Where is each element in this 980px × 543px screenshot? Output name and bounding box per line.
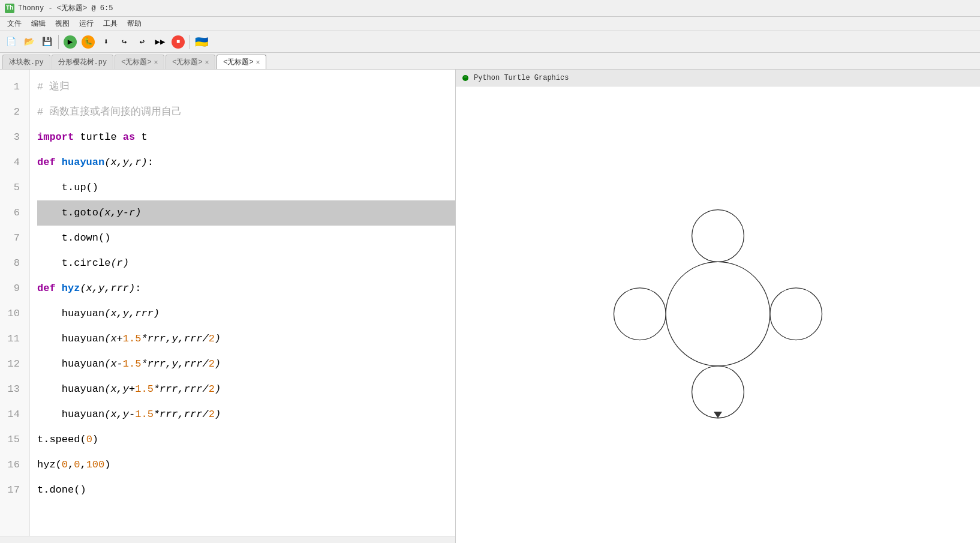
- tab-label: 分形樱花树.py: [58, 57, 107, 67]
- tab-fenxing[interactable]: 分形樱花树.py: [52, 55, 114, 69]
- code-line-8: t.circle(r): [37, 251, 455, 276]
- resume-button[interactable]: ▶▶: [152, 34, 169, 50]
- tab-untitled-2[interactable]: <无标题> ✕: [166, 55, 215, 69]
- line-num-15: 15: [0, 427, 25, 452]
- code-line-11: huayuan(x+1.5*rrr,y,rrr/2): [37, 326, 455, 352]
- params-hyz: (x,y,rrr): [80, 276, 135, 301]
- line-numbers: 1 2 3 4 5 6 7 8 9 10 11 12 13 14 15 16 1…: [0, 70, 30, 536]
- tab-label: 冰块教.py: [9, 57, 44, 67]
- call-5b: *rrr,rrr/: [154, 402, 209, 427]
- menu-bar: 文件 编辑 视图 运行 工具 帮助: [0, 17, 980, 31]
- tab-label: <无标题>: [223, 57, 253, 67]
- code-line-7: t.down(): [37, 226, 455, 251]
- turtle-window: Python Turtle Graphics: [456, 70, 980, 543]
- line-num-1: 1: [0, 74, 25, 100]
- app-icon: Th: [5, 4, 14, 13]
- kw-import: import: [37, 125, 74, 150]
- line-num-10: 10: [0, 301, 25, 326]
- line-num-8: 8: [0, 251, 25, 276]
- call-4: (x,y+: [104, 377, 135, 402]
- code-line-6: t.goto(x,y-r): [37, 200, 455, 226]
- code-comment-1: # 递归: [37, 74, 70, 100]
- code-line-1: # 递归: [37, 74, 455, 100]
- left-circle: [614, 288, 666, 340]
- line-num-17: 17: [0, 478, 25, 503]
- call-2c: ): [215, 326, 221, 352]
- call-3: (x-: [104, 352, 123, 377]
- code-line-4: def huayuan(x,y,r):: [37, 150, 455, 175]
- right-circle: [770, 288, 822, 340]
- tab-untitled-1[interactable]: <无标题> ✕: [115, 55, 164, 69]
- turtle-icon: [461, 73, 470, 83]
- menu-view[interactable]: 视图: [50, 17, 74, 30]
- code-line-17: t.done(): [37, 478, 455, 503]
- code-lines[interactable]: # 递归 # 函数直接或者间接的调用自己 import turtle as t …: [30, 70, 455, 536]
- toolbar: 📄 📂 💾 ▶ 🐛 ⬇ ↪ ↩ ▶▶ ■ 🇺🇦: [0, 31, 980, 53]
- call-5c: ): [215, 402, 221, 427]
- step-out-button[interactable]: ↩: [134, 34, 151, 50]
- menu-help[interactable]: 帮助: [122, 17, 146, 30]
- code-editor: 1 2 3 4 5 6 7 8 9 10 11 12 13 14 15 16 1…: [0, 70, 456, 543]
- code-line-13: huayuan(x,y+1.5*rrr,rrr/2): [37, 377, 455, 402]
- params-circle: (r): [110, 251, 129, 276]
- fn-hyz: hyz: [62, 276, 80, 301]
- turtle-title-bar: Python Turtle Graphics: [456, 70, 980, 86]
- call-5: (x,y-: [104, 402, 135, 427]
- turtle-arrow: [714, 412, 722, 418]
- center-circle: [666, 262, 770, 366]
- call-2b: *rrr,y,rrr/: [141, 326, 208, 352]
- step-over-button[interactable]: ⬇: [98, 34, 115, 50]
- open-file-button[interactable]: 📂: [20, 34, 37, 50]
- code-comment-2: # 函数直接或者间接的调用自己: [37, 100, 182, 125]
- menu-edit[interactable]: 编辑: [26, 17, 50, 30]
- run-icon: ▶: [64, 35, 77, 49]
- code-line-9: def hyz(x,y,rrr):: [37, 276, 455, 301]
- top-circle: [692, 210, 744, 262]
- tab-bingkuaijiao[interactable]: 冰块教.py: [2, 55, 50, 69]
- line-num-5: 5: [0, 175, 25, 200]
- code-line-12: huayuan(x-1.5*rrr,y,rrr/2): [37, 352, 455, 377]
- line-num-13: 13: [0, 377, 25, 402]
- call-4b: *rrr,rrr/: [154, 377, 209, 402]
- line-num-14: 14: [0, 402, 25, 427]
- tab-label: <无标题>: [121, 57, 151, 67]
- code-line-14: huayuan(x,y-1.5*rrr,rrr/2): [37, 402, 455, 427]
- menu-tools[interactable]: 工具: [98, 17, 122, 30]
- new-file-button[interactable]: 📄: [2, 34, 19, 50]
- bottom-circle: [692, 366, 744, 418]
- horizontal-scrollbar[interactable]: [0, 536, 455, 543]
- tab-close-icon[interactable]: ✕: [256, 58, 260, 66]
- toolbar-sep-2: [190, 35, 190, 49]
- run-button[interactable]: ▶: [62, 34, 79, 50]
- tab-close-icon[interactable]: ✕: [154, 58, 158, 66]
- save-file-button[interactable]: 💾: [38, 34, 55, 50]
- menu-file[interactable]: 文件: [2, 17, 26, 30]
- call-1: (x,y,rrr): [104, 301, 160, 326]
- tab-close-icon[interactable]: ✕: [205, 58, 209, 66]
- tab-untitled-3[interactable]: <无标题> ✕: [217, 55, 266, 69]
- debug-icon: 🐛: [82, 35, 95, 49]
- code-line-15: t.speed(0): [37, 427, 455, 452]
- line-num-7: 7: [0, 226, 25, 251]
- code-line-2: # 函数直接或者间接的调用自己: [37, 100, 455, 125]
- line-num-16: 16: [0, 452, 25, 478]
- kw-def-2: def: [37, 276, 56, 301]
- title-bar: Th Thonny - <无标题> @ 6:5: [0, 0, 980, 17]
- code-line-5: t.up(): [37, 175, 455, 200]
- line-num-2: 2: [0, 100, 25, 125]
- line-num-4: 4: [0, 150, 25, 175]
- kw-as: as: [123, 125, 135, 150]
- line-num-9: 9: [0, 276, 25, 301]
- params-huayuan: (x,y,r): [104, 150, 147, 175]
- menu-run[interactable]: 运行: [74, 17, 98, 30]
- step-into-button[interactable]: ↪: [116, 34, 133, 50]
- code-area[interactable]: 1 2 3 4 5 6 7 8 9 10 11 12 13 14 15 16 1…: [0, 70, 455, 536]
- stop-button[interactable]: ■: [170, 34, 187, 50]
- ukraine-flag: 🇺🇦: [193, 34, 210, 50]
- debug-button[interactable]: 🐛: [80, 34, 97, 50]
- line-num-6: 6: [0, 200, 25, 226]
- turtle-canvas: [456, 86, 980, 543]
- params-goto: (x,y-r): [98, 200, 141, 226]
- call-3b: *rrr,y,rrr/: [141, 352, 208, 377]
- call-3c: ): [215, 352, 221, 377]
